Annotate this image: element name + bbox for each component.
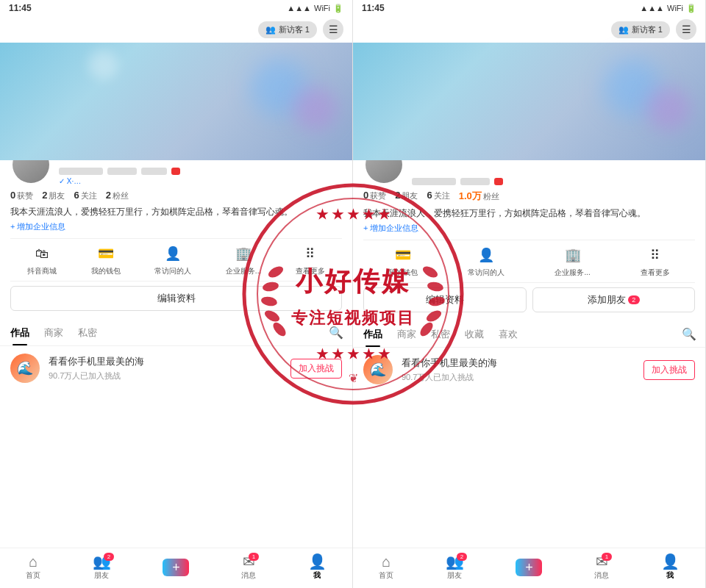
right-more-label: 查看更多 [641,268,670,278]
left-tab-search[interactable]: 🔍 [323,320,349,345]
left-tab-private[interactable]: 私密 [71,320,104,345]
left-action-buttons: 编辑资料 [10,286,342,315]
right-profile-section: 0 获赞 2 朋友 6 关注 1.0万 粉丝 我本天涯流浪人，爱携轻狂万里行，方… [353,160,705,321]
right-messages-badge: 1 [602,553,612,561]
left-nav-me[interactable]: 👤 我 [308,554,327,581]
left-challenge-card: 🌊 看看你手机里最美的海 90.7万人已加入挑战 加入挑战 [0,346,352,390]
right-challenge-card: 🌊 看看你手机里最美的海 90.7万人已加入挑战 加入挑战 [353,348,705,392]
right-content-tabs: 作品 商家 私密 收藏 喜欢 🔍 [353,321,705,348]
left-friends-label: 朋友 [49,190,65,201]
right-add-friend-label: 添加朋友 [588,293,626,306]
right-action-bar: 👥 新访客 1 ☰ [353,16,705,43]
left-challenge-title: 看看你手机里最美的海 [49,355,282,368]
right-tab-favorites[interactable]: 收藏 [457,322,491,347]
left-quick-enterprise[interactable]: 🏢 企业服务... [226,243,261,276]
left-enterprise-icon: 🏢 [233,243,254,264]
right-following-num: 6 [427,190,432,201]
left-wallet-label: 我的钱包 [91,266,121,276]
right-wallet-label: 我的钱包 [388,268,418,278]
left-bio: 我本天涯流浪人，爱携轻狂万里行，方如棋阵定品格，琴着音律写心魂。 [10,206,342,218]
right-status-bar: 11:45 ▲▲▲ WiFi 🔋 [353,0,705,16]
right-username-bar [412,178,503,185]
left-home-label: 首页 [26,570,40,581]
right-friends-num: 2 [395,190,400,201]
left-visit-label: 常访问的人 [154,266,191,276]
right-friends-badge: 2 [457,553,467,561]
right-quick-wallet[interactable]: 💳 我的钱包 [388,245,418,278]
right-nav-friends[interactable]: 👥 2 朋友 [446,554,464,581]
left-add-enterprise[interactable]: + 增加企业信息 [10,221,342,232]
left-nav-plus[interactable]: + [163,559,189,576]
right-quick-visit[interactable]: 👤 常访问的人 [468,245,504,278]
left-new-visitor-btn[interactable]: 👥 新访客 1 [258,21,317,38]
left-tab-merchant[interactable]: 商家 [37,320,71,345]
left-username-block2 [107,168,137,175]
main-container: 11:45 ▲▲▲ WiFi 🔋 👥 新访客 1 ☰ [0,0,706,588]
left-likes-num: 0 [10,190,15,201]
left-quick-more[interactable]: ⠿ 查看更多 [296,243,325,276]
right-nav-plus[interactable]: + [516,559,542,576]
right-tab-private[interactable]: 私密 [424,322,457,347]
right-add-friend-btn[interactable]: 添加朋友 2 [532,287,696,312]
left-friends-label: 朋友 [94,570,109,581]
left-quick-shop[interactable]: 🛍 抖音商城 [27,243,57,276]
right-challenge-sub: 90.7万人已加入挑战 [402,372,635,383]
right-quick-enterprise[interactable]: 🏢 企业服务... [555,245,590,278]
right-username-area [412,178,503,185]
right-plus-icon: + [516,559,542,576]
left-quick-wallet[interactable]: 💳 我的钱包 [91,243,121,276]
left-visitor-label: 新访客 1 [279,24,310,35]
right-tab-works[interactable]: 作品 [356,322,390,347]
right-new-visitor-btn[interactable]: 👥 新访客 1 [611,21,670,38]
left-me-label: 我 [313,570,321,581]
right-add-enterprise[interactable]: + 增加企业信息 [363,223,695,234]
right-edit-btn[interactable]: 编辑资料 [363,287,527,312]
right-username-block2 [460,178,490,185]
left-edit-btn[interactable]: 编辑资料 [10,286,342,311]
left-nav-home[interactable]: ⌂ 首页 [26,554,40,581]
right-action-buttons: 编辑资料 添加朋友 2 [363,287,695,317]
left-username-block3 [141,168,167,175]
left-tab-works[interactable]: 作品 [3,320,37,345]
right-tab-search[interactable]: 🔍 [676,321,702,347]
right-menu-btn[interactable]: ☰ [676,19,696,40]
right-wallet-icon: 💳 [393,245,413,265]
left-menu-btn[interactable]: ☰ [323,19,343,40]
left-quick-menu: 🛍 抖音商城 💳 我的钱包 👤 常访问的人 🏢 企业服务... ⠿ [10,238,342,282]
right-quick-menu: 💳 我的钱包 👤 常访问的人 🏢 企业服务... ⠿ 查看更多 [363,240,695,283]
right-nav-messages[interactable]: ✉ 1 消息 [594,554,609,581]
right-challenge-join-btn[interactable]: 加入挑战 [643,360,695,380]
left-home-icon: ⌂ [29,554,38,569]
left-challenge-icon: 🌊 [10,354,40,383]
right-home-label: 首页 [379,570,393,581]
right-cover-banner [353,43,705,160]
left-wallet-icon: 💳 [96,243,116,264]
right-visitor-label: 新访客 1 [632,24,663,35]
left-status-icons: ▲▲▲ WiFi 🔋 [287,4,343,13]
right-more-icon: ⠿ [645,245,666,265]
right-fans-label: 粉丝 [483,191,499,202]
left-verify-text: ✓ X·… [59,177,180,185]
right-time: 11:45 [362,3,385,13]
left-me-icon: 👤 [308,554,327,569]
left-following-num: 6 [74,190,79,201]
right-tab-merchant[interactable]: 商家 [390,322,424,347]
left-following-label: 关注 [81,190,97,201]
right-quick-more[interactable]: ⠿ 查看更多 [641,245,670,278]
right-friends-label: 朋友 [447,570,462,581]
left-challenge-join-btn[interactable]: 加入挑战 [290,359,342,379]
right-visit-icon: 👤 [476,245,496,265]
left-nav-messages[interactable]: ✉ 1 消息 [241,554,256,581]
right-visit-label: 常访问的人 [468,268,504,278]
left-username-area: ✓ X·… [59,168,180,185]
left-quick-visit[interactable]: 👤 常访问的人 [154,243,191,276]
right-nav-home[interactable]: ⌂ 首页 [379,554,393,581]
left-nav-friends[interactable]: 👥 2 朋友 [93,554,111,581]
right-tab-likes[interactable]: 喜欢 [491,322,525,347]
right-visitor-icon: 👥 [618,25,629,35]
right-nav-me[interactable]: 👤 我 [661,554,680,581]
left-fans-label: 粉丝 [113,190,129,201]
left-username-block1 [59,168,103,175]
right-fans-num: 1.0万 [459,190,482,203]
left-plus-icon: + [163,559,189,576]
